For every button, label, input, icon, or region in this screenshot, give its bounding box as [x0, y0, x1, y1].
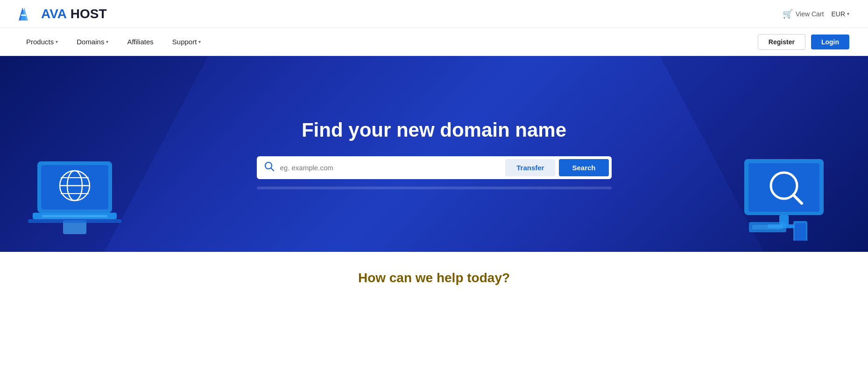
svg-rect-11 [42, 215, 107, 217]
view-cart-label: View Cart [796, 10, 824, 18]
nav-links: Products ▾ Domains ▾ Affiliates Support … [19, 34, 208, 49]
nav-item-domains[interactable]: Domains ▾ [69, 34, 116, 49]
search-bar-icon [264, 161, 275, 174]
svg-rect-23 [752, 225, 783, 229]
navbar: Products ▾ Domains ▾ Affiliates Support … [0, 28, 868, 56]
register-button[interactable]: Register [758, 34, 805, 50]
hero-title: Find your new domain name [257, 118, 612, 142]
logo-icon [19, 6, 39, 22]
nav-auth: Register Login [758, 34, 849, 50]
login-button[interactable]: Login [811, 35, 849, 49]
svg-rect-2 [21, 14, 26, 16]
logo-text-ava: AVA [41, 7, 67, 21]
transfer-button[interactable]: Transfer [505, 159, 555, 176]
svg-rect-4 [41, 165, 108, 209]
top-bar: AVA HOST 🛒 View Cart EUR ▾ [0, 0, 868, 28]
cart-icon: 🛒 [783, 9, 793, 19]
support-chevron-icon: ▾ [198, 39, 201, 44]
logo[interactable]: AVA HOST [19, 6, 107, 22]
view-cart-button[interactable]: 🛒 View Cart [783, 9, 824, 19]
below-hero-title: How can we help today? [19, 271, 849, 285]
currency-label: EUR [831, 10, 845, 18]
nav-label-products: Products [26, 38, 54, 46]
nav-item-products[interactable]: Products ▾ [19, 34, 65, 49]
svg-line-15 [271, 168, 274, 171]
top-right-actions: 🛒 View Cart EUR ▾ [783, 9, 849, 19]
search-button[interactable]: Search [559, 159, 608, 176]
search-bar-bottom-bar [257, 187, 612, 189]
currency-selector[interactable]: EUR ▾ [831, 10, 849, 18]
nav-label-affiliates: Affiliates [127, 38, 153, 46]
svg-rect-17 [748, 163, 819, 212]
domain-search-input[interactable] [278, 160, 502, 175]
products-chevron-icon: ▾ [56, 39, 58, 44]
nav-item-affiliates[interactable]: Affiliates [120, 34, 161, 49]
domains-chevron-icon: ▾ [106, 39, 108, 44]
nav-label-support: Support [172, 38, 197, 46]
nav-label-domains: Domains [77, 38, 104, 46]
logo-text-host: HOST [71, 7, 107, 21]
laptop-illustration [28, 157, 131, 243]
nav-item-support[interactable]: Support ▾ [165, 34, 209, 49]
hero-section: Find your new domain name Transfer Searc… [0, 56, 868, 252]
monitor-illustration [737, 157, 840, 243]
currency-chevron-icon: ▾ [847, 11, 849, 16]
svg-rect-25 [795, 223, 806, 241]
svg-rect-13 [28, 219, 121, 223]
hero-content: Find your new domain name Transfer Searc… [247, 100, 621, 208]
below-hero-section: How can we help today? [0, 252, 868, 295]
domain-search-bar: Transfer Search [257, 156, 612, 179]
